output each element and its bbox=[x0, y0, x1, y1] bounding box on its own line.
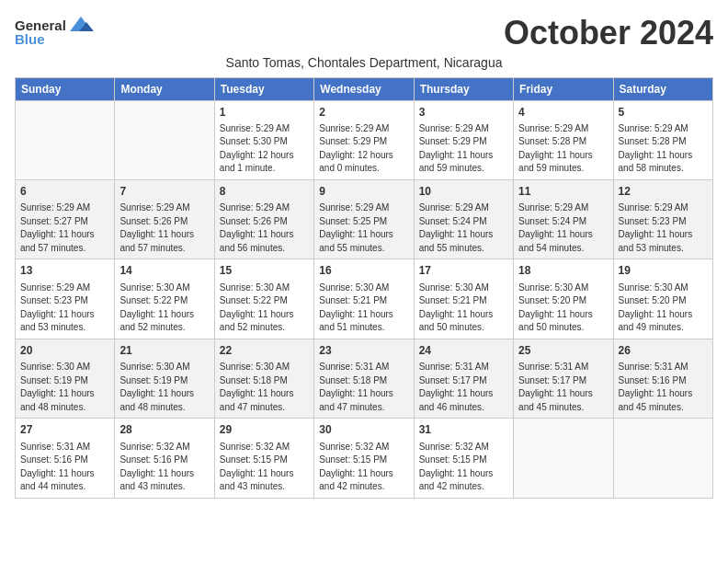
day-cell bbox=[613, 419, 712, 498]
day-info: Sunrise: 5:29 AMSunset: 5:29 PMDaylight:… bbox=[319, 122, 408, 176]
day-number: 6 bbox=[20, 184, 109, 200]
day-number: 4 bbox=[518, 105, 608, 121]
day-info: Sunrise: 5:29 AMSunset: 5:28 PMDaylight:… bbox=[518, 122, 608, 176]
day-info: Sunrise: 5:29 AMSunset: 5:23 PMDaylight:… bbox=[619, 201, 708, 255]
day-cell: 28Sunrise: 5:32 AMSunset: 5:16 PMDayligh… bbox=[115, 419, 214, 498]
day-cell: 19Sunrise: 5:30 AMSunset: 5:20 PMDayligh… bbox=[613, 259, 712, 339]
day-cell: 18Sunrise: 5:30 AMSunset: 5:20 PMDayligh… bbox=[514, 259, 613, 339]
day-number: 14 bbox=[119, 263, 209, 279]
subtitle: Santo Tomas, Chontales Department, Nicar… bbox=[15, 55, 713, 70]
day-number: 26 bbox=[619, 343, 708, 359]
day-cell: 21Sunrise: 5:30 AMSunset: 5:19 PMDayligh… bbox=[115, 339, 214, 418]
day-cell bbox=[115, 100, 214, 179]
day-cell: 27Sunrise: 5:31 AMSunset: 5:16 PMDayligh… bbox=[16, 419, 115, 498]
day-cell: 13Sunrise: 5:29 AMSunset: 5:23 PMDayligh… bbox=[16, 259, 115, 339]
day-info: Sunrise: 5:29 AMSunset: 5:26 PMDaylight:… bbox=[220, 201, 309, 255]
day-info: Sunrise: 5:32 AMSunset: 5:15 PMDaylight:… bbox=[419, 441, 508, 494]
day-number: 28 bbox=[119, 422, 209, 438]
day-info: Sunrise: 5:29 AMSunset: 5:23 PMDaylight:… bbox=[20, 282, 109, 335]
day-info: Sunrise: 5:29 AMSunset: 5:30 PMDaylight:… bbox=[220, 122, 309, 176]
day-number: 5 bbox=[619, 105, 708, 121]
weekday-header-tuesday: Tuesday bbox=[214, 77, 313, 100]
calendar: SundayMondayTuesdayWednesdayThursdayFrid… bbox=[15, 77, 713, 499]
day-number: 17 bbox=[419, 263, 508, 279]
week-row-1: 1Sunrise: 5:29 AMSunset: 5:30 PMDaylight… bbox=[16, 100, 713, 179]
day-number: 21 bbox=[119, 343, 209, 359]
day-number: 20 bbox=[20, 343, 109, 359]
day-info: Sunrise: 5:32 AMSunset: 5:16 PMDaylight:… bbox=[119, 441, 209, 494]
week-row-2: 6Sunrise: 5:29 AMSunset: 5:27 PMDaylight… bbox=[16, 179, 713, 259]
day-info: Sunrise: 5:30 AMSunset: 5:20 PMDaylight:… bbox=[518, 282, 608, 335]
day-info: Sunrise: 5:30 AMSunset: 5:20 PMDaylight:… bbox=[619, 282, 708, 335]
day-cell: 24Sunrise: 5:31 AMSunset: 5:17 PMDayligh… bbox=[414, 339, 513, 418]
day-info: Sunrise: 5:29 AMSunset: 5:24 PMDaylight:… bbox=[518, 201, 608, 255]
day-cell bbox=[16, 100, 115, 179]
day-number: 11 bbox=[518, 184, 608, 200]
day-cell: 7Sunrise: 5:29 AMSunset: 5:26 PMDaylight… bbox=[115, 179, 214, 259]
day-cell: 14Sunrise: 5:30 AMSunset: 5:22 PMDayligh… bbox=[115, 259, 214, 339]
day-number: 10 bbox=[419, 184, 508, 200]
day-number: 19 bbox=[619, 263, 708, 279]
weekday-header-saturday: Saturday bbox=[613, 77, 712, 100]
day-info: Sunrise: 5:29 AMSunset: 5:24 PMDaylight:… bbox=[419, 201, 508, 255]
day-number: 3 bbox=[419, 105, 508, 121]
day-cell: 15Sunrise: 5:30 AMSunset: 5:22 PMDayligh… bbox=[214, 259, 313, 339]
day-cell bbox=[514, 419, 613, 498]
logo-blue: Blue bbox=[15, 31, 45, 47]
day-cell: 4Sunrise: 5:29 AMSunset: 5:28 PMDaylight… bbox=[514, 100, 613, 179]
day-info: Sunrise: 5:32 AMSunset: 5:15 PMDaylight:… bbox=[220, 441, 309, 494]
day-number: 18 bbox=[518, 263, 608, 279]
day-cell: 6Sunrise: 5:29 AMSunset: 5:27 PMDaylight… bbox=[16, 179, 115, 259]
weekday-header-wednesday: Wednesday bbox=[314, 77, 414, 100]
logo-icon bbox=[68, 15, 94, 35]
day-number: 29 bbox=[220, 422, 309, 438]
day-info: Sunrise: 5:30 AMSunset: 5:22 PMDaylight:… bbox=[220, 282, 309, 335]
weekday-header-friday: Friday bbox=[514, 77, 613, 100]
day-number: 27 bbox=[20, 422, 109, 438]
day-info: Sunrise: 5:29 AMSunset: 5:29 PMDaylight:… bbox=[419, 122, 508, 176]
day-info: Sunrise: 5:31 AMSunset: 5:17 PMDaylight:… bbox=[518, 361, 608, 414]
day-number: 31 bbox=[419, 422, 508, 438]
day-info: Sunrise: 5:30 AMSunset: 5:19 PMDaylight:… bbox=[20, 361, 109, 414]
day-info: Sunrise: 5:31 AMSunset: 5:16 PMDaylight:… bbox=[619, 361, 708, 414]
day-info: Sunrise: 5:30 AMSunset: 5:21 PMDaylight:… bbox=[319, 282, 408, 335]
day-number: 8 bbox=[220, 184, 309, 200]
logo-general: General bbox=[15, 17, 66, 33]
day-number: 24 bbox=[419, 343, 508, 359]
day-cell: 2Sunrise: 5:29 AMSunset: 5:29 PMDaylight… bbox=[314, 100, 414, 179]
day-number: 16 bbox=[319, 263, 408, 279]
day-info: Sunrise: 5:31 AMSunset: 5:17 PMDaylight:… bbox=[419, 361, 508, 414]
day-number: 7 bbox=[119, 184, 209, 200]
weekday-header-sunday: Sunday bbox=[16, 77, 115, 100]
month-title: October 2024 bbox=[504, 15, 713, 52]
day-number: 22 bbox=[220, 343, 309, 359]
day-cell: 23Sunrise: 5:31 AMSunset: 5:18 PMDayligh… bbox=[314, 339, 414, 418]
day-cell: 29Sunrise: 5:32 AMSunset: 5:15 PMDayligh… bbox=[214, 419, 313, 498]
header: General Blue October 2024 bbox=[15, 15, 713, 52]
day-info: Sunrise: 5:29 AMSunset: 5:27 PMDaylight:… bbox=[20, 201, 109, 255]
day-cell: 17Sunrise: 5:30 AMSunset: 5:21 PMDayligh… bbox=[414, 259, 513, 339]
day-cell: 16Sunrise: 5:30 AMSunset: 5:21 PMDayligh… bbox=[314, 259, 414, 339]
day-info: Sunrise: 5:29 AMSunset: 5:26 PMDaylight:… bbox=[119, 201, 209, 255]
day-info: Sunrise: 5:32 AMSunset: 5:15 PMDaylight:… bbox=[319, 441, 408, 494]
day-number: 30 bbox=[319, 422, 408, 438]
day-number: 9 bbox=[319, 184, 408, 200]
day-cell: 5Sunrise: 5:29 AMSunset: 5:28 PMDaylight… bbox=[613, 100, 712, 179]
day-number: 13 bbox=[20, 263, 109, 279]
day-cell: 8Sunrise: 5:29 AMSunset: 5:26 PMDaylight… bbox=[214, 179, 313, 259]
day-info: Sunrise: 5:29 AMSunset: 5:25 PMDaylight:… bbox=[319, 201, 408, 255]
day-number: 23 bbox=[319, 343, 408, 359]
day-number: 2 bbox=[319, 105, 408, 121]
day-number: 25 bbox=[518, 343, 608, 359]
day-cell: 22Sunrise: 5:30 AMSunset: 5:18 PMDayligh… bbox=[214, 339, 313, 418]
day-cell: 26Sunrise: 5:31 AMSunset: 5:16 PMDayligh… bbox=[613, 339, 712, 418]
week-row-4: 20Sunrise: 5:30 AMSunset: 5:19 PMDayligh… bbox=[16, 339, 713, 418]
day-info: Sunrise: 5:30 AMSunset: 5:22 PMDaylight:… bbox=[119, 282, 209, 335]
day-info: Sunrise: 5:29 AMSunset: 5:28 PMDaylight:… bbox=[619, 122, 708, 176]
day-cell: 10Sunrise: 5:29 AMSunset: 5:24 PMDayligh… bbox=[414, 179, 513, 259]
day-number: 12 bbox=[619, 184, 708, 200]
day-cell: 9Sunrise: 5:29 AMSunset: 5:25 PMDaylight… bbox=[314, 179, 414, 259]
day-cell: 11Sunrise: 5:29 AMSunset: 5:24 PMDayligh… bbox=[514, 179, 613, 259]
day-cell: 3Sunrise: 5:29 AMSunset: 5:29 PMDaylight… bbox=[414, 100, 513, 179]
weekday-header-monday: Monday bbox=[115, 77, 214, 100]
